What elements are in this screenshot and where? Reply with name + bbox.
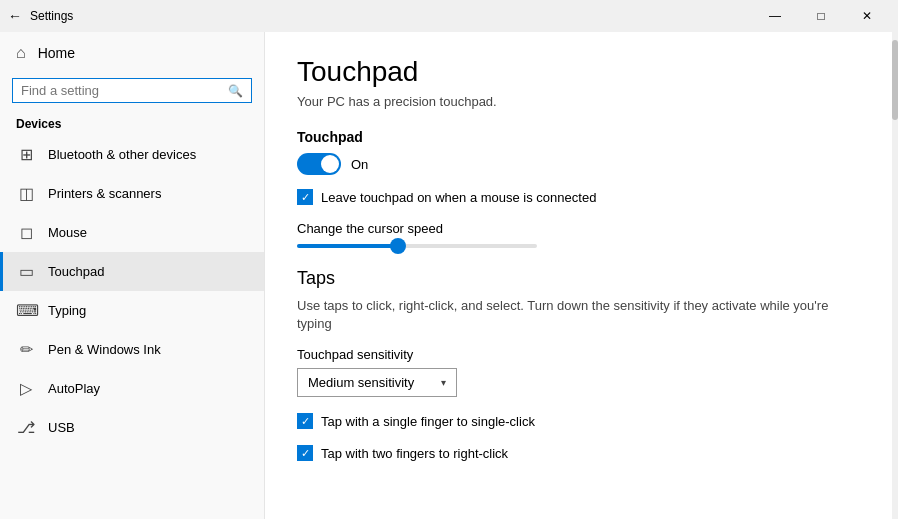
main-content: Touchpad Your PC has a precision touchpa…	[265, 32, 892, 519]
checkbox-row-tap2: ✓ Tap with two fingers to right-click	[297, 445, 860, 461]
check-icon: ✓	[301, 447, 310, 460]
app-body: ⌂ Home 🔍 Devices ⊞ Bluetooth & other dev…	[0, 32, 898, 519]
title-bar: ← Settings — □ ✕	[0, 0, 898, 32]
sidebar-item-label: Touchpad	[48, 264, 104, 279]
sidebar-item-label: Bluetooth & other devices	[48, 147, 196, 162]
autoplay-icon: ▷	[16, 379, 36, 398]
minimize-button[interactable]: —	[752, 0, 798, 32]
close-button[interactable]: ✕	[844, 0, 890, 32]
chevron-down-icon: ▾	[441, 377, 446, 388]
title-bar-left: ← Settings	[8, 8, 73, 24]
printers-icon: ◫	[16, 184, 36, 203]
scrollbar-thumb[interactable]	[892, 40, 898, 120]
slider-thumb[interactable]	[390, 238, 406, 254]
tap1-checkbox[interactable]: ✓	[297, 413, 313, 429]
touchpad-section-label: Touchpad	[297, 129, 860, 145]
sensitivity-dropdown[interactable]: Medium sensitivity ▾	[297, 368, 457, 397]
slider-title: Change the cursor speed	[297, 221, 860, 236]
sidebar-item-usb[interactable]: ⎇ USB	[0, 408, 264, 447]
slider-fill	[297, 244, 398, 248]
search-icon: 🔍	[228, 84, 243, 98]
slider-section: Change the cursor speed	[297, 221, 860, 248]
sensitivity-label: Touchpad sensitivity	[297, 347, 860, 362]
check-icon: ✓	[301, 191, 310, 204]
tap2-checkbox[interactable]: ✓	[297, 445, 313, 461]
title-bar-controls: — □ ✕	[752, 0, 890, 32]
touchpad-icon: ▭	[16, 262, 36, 281]
home-label: Home	[38, 45, 75, 61]
mouse-checkbox[interactable]: ✓	[297, 189, 313, 205]
sidebar-item-label: USB	[48, 420, 75, 435]
toggle-knob	[321, 155, 339, 173]
sidebar-item-pen[interactable]: ✏ Pen & Windows Ink	[0, 330, 264, 369]
sidebar-item-printers[interactable]: ◫ Printers & scanners	[0, 174, 264, 213]
sidebar-home[interactable]: ⌂ Home	[0, 32, 264, 74]
usb-icon: ⎇	[16, 418, 36, 437]
sidebar-item-label: Printers & scanners	[48, 186, 161, 201]
checkbox-row-mouse: ✓ Leave touchpad on when a mouse is conn…	[297, 189, 860, 205]
back-icon[interactable]: ←	[8, 8, 22, 24]
check-icon: ✓	[301, 415, 310, 428]
maximize-button[interactable]: □	[798, 0, 844, 32]
sidebar-item-label: Typing	[48, 303, 86, 318]
typing-icon: ⌨	[16, 301, 36, 320]
tap1-label: Tap with a single finger to single-click	[321, 414, 535, 429]
bluetooth-icon: ⊞	[16, 145, 36, 164]
checkbox-row-tap1: ✓ Tap with a single finger to single-cli…	[297, 413, 860, 429]
taps-description: Use taps to click, right-click, and sele…	[297, 297, 860, 333]
sidebar-item-autoplay[interactable]: ▷ AutoPlay	[0, 369, 264, 408]
sidebar-item-label: Pen & Windows Ink	[48, 342, 161, 357]
devices-label: Devices	[0, 111, 264, 135]
sidebar: ⌂ Home 🔍 Devices ⊞ Bluetooth & other dev…	[0, 32, 265, 519]
pen-icon: ✏	[16, 340, 36, 359]
toggle-row: On	[297, 153, 860, 175]
sidebar-item-label: AutoPlay	[48, 381, 100, 396]
sensitivity-value: Medium sensitivity	[308, 375, 414, 390]
sidebar-item-bluetooth[interactable]: ⊞ Bluetooth & other devices	[0, 135, 264, 174]
slider-track[interactable]	[297, 244, 537, 248]
page-title: Touchpad	[297, 56, 860, 88]
mouse-icon: ◻	[16, 223, 36, 242]
toggle-label: On	[351, 157, 368, 172]
home-icon: ⌂	[16, 44, 26, 62]
page-subtitle: Your PC has a precision touchpad.	[297, 94, 860, 109]
sidebar-item-touchpad[interactable]: ▭ Touchpad	[0, 252, 264, 291]
touchpad-toggle[interactable]	[297, 153, 341, 175]
search-box[interactable]: 🔍	[12, 78, 252, 103]
taps-section-title: Taps	[297, 268, 860, 289]
search-input[interactable]	[21, 83, 228, 98]
scrollbar[interactable]	[892, 32, 898, 519]
tap2-label: Tap with two fingers to right-click	[321, 446, 508, 461]
sidebar-item-typing[interactable]: ⌨ Typing	[0, 291, 264, 330]
title-bar-title: Settings	[30, 9, 73, 23]
sidebar-item-label: Mouse	[48, 225, 87, 240]
mouse-checkbox-label: Leave touchpad on when a mouse is connec…	[321, 190, 596, 205]
sidebar-item-mouse[interactable]: ◻ Mouse	[0, 213, 264, 252]
